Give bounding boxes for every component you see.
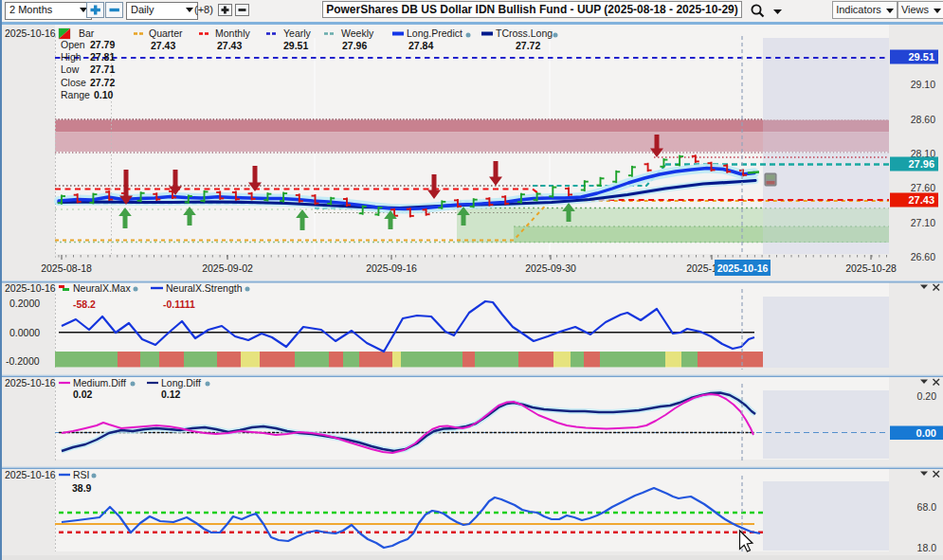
svg-text:Long.Predict: Long.Predict	[407, 27, 462, 39]
svg-text:2025-09-30: 2025-09-30	[525, 262, 576, 274]
svg-text:26.60: 26.60	[911, 251, 935, 262]
svg-text:27.79: 27.79	[90, 39, 115, 50]
svg-text:Medium.Diff: Medium.Diff	[73, 377, 126, 388]
svg-text:-0.2000: -0.2000	[6, 355, 40, 367]
svg-text:NeuralX.Strength: NeuralX.Strength	[166, 282, 243, 294]
svg-text:2025-10-16: 2025-10-16	[5, 377, 56, 388]
svg-text:27.71: 27.71	[90, 63, 115, 75]
svg-text:Range: Range	[61, 89, 90, 100]
svg-text:Open: Open	[61, 39, 85, 50]
svg-text:RSI: RSI	[73, 469, 90, 480]
svg-text:27.96: 27.96	[342, 40, 367, 51]
svg-text:27.43: 27.43	[151, 40, 175, 51]
svg-text:2025-10-16: 2025-10-16	[5, 282, 56, 294]
svg-text:2025-09-02: 2025-09-02	[202, 262, 253, 274]
svg-text:27.84: 27.84	[408, 40, 433, 51]
svg-text:27.72: 27.72	[516, 40, 540, 51]
svg-text:Low: Low	[61, 63, 80, 75]
svg-text:27.96: 27.96	[908, 158, 934, 170]
svg-text:27.43: 27.43	[217, 40, 242, 51]
svg-text:2025-10-16: 2025-10-16	[717, 262, 769, 274]
svg-text:2025-08-18: 2025-08-18	[41, 262, 92, 274]
svg-text:68.0: 68.0	[917, 501, 937, 513]
svg-text:0.0000: 0.0000	[9, 327, 40, 338]
svg-text:Long.Diff: Long.Diff	[161, 377, 201, 388]
svg-text:Monthly: Monthly	[215, 27, 251, 39]
svg-text:Yearly: Yearly	[283, 27, 312, 39]
svg-text:Bar: Bar	[79, 27, 95, 39]
svg-text:0.2000: 0.2000	[9, 298, 40, 309]
svg-text:0.20: 0.20	[917, 390, 937, 402]
svg-text:27.72: 27.72	[90, 77, 115, 88]
svg-text:-58.2: -58.2	[73, 298, 96, 310]
svg-text:TCross.Long: TCross.Long	[496, 27, 553, 39]
svg-text:27.10: 27.10	[911, 217, 935, 228]
svg-text:29.51: 29.51	[283, 40, 308, 51]
svg-text:Weekly: Weekly	[341, 27, 374, 39]
svg-text:2025-09-16: 2025-09-16	[366, 262, 417, 274]
svg-text:27.43: 27.43	[908, 194, 934, 206]
svg-text:2025-10-16: 2025-10-16	[5, 469, 56, 480]
svg-text:0.02: 0.02	[73, 388, 93, 400]
svg-text:29.10: 29.10	[911, 79, 935, 90]
svg-text:Quarter: Quarter	[149, 27, 183, 39]
svg-text:2025-10-28: 2025-10-28	[845, 262, 897, 274]
svg-text:High: High	[61, 51, 82, 63]
svg-text:29.51: 29.51	[908, 51, 934, 63]
svg-text:0.10: 0.10	[94, 89, 114, 100]
svg-text:NeuralX.Max: NeuralX.Max	[73, 282, 131, 294]
svg-text:-0.1111: -0.1111	[163, 298, 195, 310]
svg-text:27.60: 27.60	[911, 182, 935, 193]
svg-text:Close: Close	[61, 77, 86, 88]
svg-text:0.00: 0.00	[916, 427, 936, 439]
svg-text:18.0: 18.0	[917, 542, 937, 553]
svg-text:27.81: 27.81	[90, 51, 115, 63]
svg-text:2025-10-16: 2025-10-16	[5, 27, 56, 39]
svg-text:0.12: 0.12	[161, 388, 181, 400]
svg-text:28.60: 28.60	[911, 114, 935, 125]
svg-text:38.9: 38.9	[72, 482, 92, 494]
